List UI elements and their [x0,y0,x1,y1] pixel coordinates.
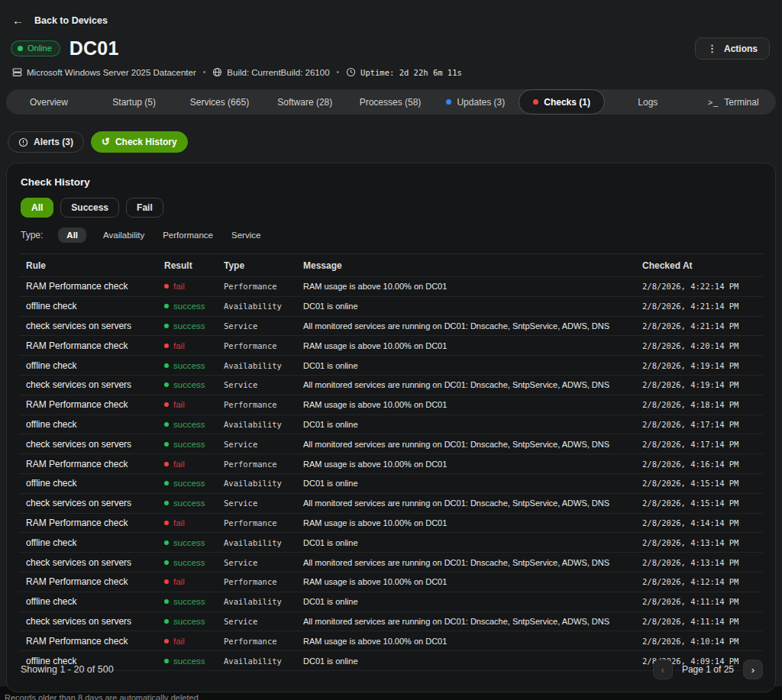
type-cell: Performance [217,577,296,586]
fail-dot-icon [164,462,169,466]
tab-label: Overview [30,97,68,108]
check-history-button[interactable]: ↺ Check History [91,131,188,153]
checked-at-cell: 2/8/2026, 4:12:14 PM [635,577,763,586]
type-cell: Availability [217,597,296,606]
server-icon [12,67,22,77]
result-cell: success [157,498,217,508]
result-label: fail [173,282,185,291]
message-cell: RAM usage is above 10.00% on DC01 [296,637,635,646]
checked-at-cell: 2/8/2026, 4:21:14 PM [635,302,763,311]
result-label: success [173,440,205,449]
type-filter-performance[interactable]: Performance [161,227,215,243]
result-cell: success [157,597,217,606]
table-row: check services on serverssuccessServiceA… [19,612,763,632]
back-link[interactable]: ← Back to Devices [6,6,776,30]
fail-dot-icon [164,579,169,584]
tab-label: Checks (1) [544,97,590,108]
tab-updates-3[interactable]: Updates (3) [433,89,519,115]
message-cell: RAM usage is above 10.00% on DC01 [296,518,635,527]
tab-dot-icon [446,99,451,105]
panel-title: Check History [7,163,775,188]
tab-processes-58[interactable]: Processes (58) [347,89,433,115]
actions-button[interactable]: ⋮ Actions [695,37,770,60]
result-cell: fail [157,577,217,586]
tab-bar: OverviewStartup (5)Services (665)Softwar… [6,89,776,115]
table-row: RAM Performance checkfailPerformanceRAM … [19,395,763,415]
page-title: DC01 [69,37,119,60]
result-label: success [173,597,205,606]
result-label: success [173,302,205,311]
tab-startup-5[interactable]: Startup (5) [92,89,177,115]
table-row: RAM Performance checkfailPerformanceRAM … [19,631,763,651]
table-row: offline checksuccessAvailabilityDC01 is … [19,297,763,317]
rule-cell: offline check [19,360,157,371]
next-page-button[interactable]: › [743,660,763,679]
meta-separator: • [337,68,340,76]
result-label: success [173,321,205,331]
table-row: check services on serverssuccessServiceA… [19,553,763,573]
checked-at-cell: 2/8/2026, 4:18:14 PM [635,400,763,409]
tab-terminal[interactable]: >_Terminal [690,89,776,115]
result-label: success [173,498,205,508]
rule-cell: check services on servers [19,321,157,331]
result-filter-all[interactable]: All [21,198,53,218]
showing-count: Showing 1 - 20 of 500 [19,664,114,675]
history-icon: ↺ [102,137,110,147]
success-dot-icon [164,382,169,387]
success-dot-icon [164,442,169,447]
message-cell: DC01 is online [296,479,635,488]
column-header-rule: Rule [19,260,157,271]
device-page: ← Back to Devices Online DC01 ⋮ Actions … [0,0,782,686]
success-dot-icon [164,560,169,565]
checked-at-cell: 2/8/2026, 4:17:14 PM [635,440,763,449]
message-cell: DC01 is online [296,302,635,311]
tab-overview[interactable]: Overview [6,89,92,115]
result-filter-success[interactable]: Success [60,198,119,218]
panel-footer: Showing 1 - 20 of 500 ‹ Page 1 of 25 › [7,650,775,692]
message-cell: DC01 is online [296,361,635,370]
checked-at-cell: 2/8/2026, 4:13:14 PM [635,538,763,547]
tab-label: Updates (3) [457,97,505,108]
tab-checks-1[interactable]: Checks (1) [519,89,606,115]
result-label: success [173,380,205,389]
checked-at-cell: 2/8/2026, 4:19:14 PM [635,380,763,389]
result-cell: fail [157,460,217,469]
prev-page-button[interactable]: ‹ [653,660,673,679]
pagination: ‹ Page 1 of 25 › [653,660,763,679]
terminal-icon: >_ [708,98,719,107]
result-cell: success [157,380,217,389]
tab-label: Software (28) [277,97,332,108]
tab-logs[interactable]: Logs [605,89,690,115]
type-filter-group: Type: AllAvailabilityPerformanceService [7,218,775,243]
type-filter-availability[interactable]: Availability [102,227,146,243]
fail-dot-icon [164,402,169,407]
checked-at-cell: 2/8/2026, 4:10:14 PM [635,637,763,646]
result-cell: success [157,558,217,567]
kebab-menu-icon: ⋮ [707,43,717,54]
rule-cell: RAM Performance check [19,281,157,292]
type-cell: Service [217,440,296,449]
checked-at-cell: 2/8/2026, 4:19:14 PM [635,361,763,370]
table-body: RAM Performance checkfailPerformanceRAM … [19,277,763,671]
type-filter-service[interactable]: Service [230,227,262,243]
tab-services-665[interactable]: Services (665) [177,89,263,115]
result-label: fail [173,341,185,350]
type-filter-all[interactable]: All [58,227,86,243]
fail-dot-icon [164,639,169,644]
alerts-button[interactable]: Alerts (3) [8,131,84,153]
os-label: Microsoft Windows Server 2025 Datacenter [27,68,196,77]
success-dot-icon [164,619,169,624]
result-cell: success [157,440,217,449]
table-header-row: Rule Result Type Message Checked At [19,254,763,277]
table-row: check services on serverssuccessServiceA… [19,434,763,454]
meta-separator: • [203,68,206,76]
result-filter-fail[interactable]: Fail [126,198,163,218]
table-row: RAM Performance checkfailPerformanceRAM … [19,454,763,474]
tab-software-28[interactable]: Software (28) [262,89,347,115]
type-cell: Performance [217,637,296,646]
back-label: Back to Devices [34,15,108,26]
table-row: offline checksuccessAvailabilityDC01 is … [19,356,763,376]
table-row: offline checksuccessAvailabilityDC01 is … [19,533,763,553]
column-header-result: Result [157,260,217,271]
message-cell: RAM usage is above 10.00% on DC01 [296,577,635,586]
